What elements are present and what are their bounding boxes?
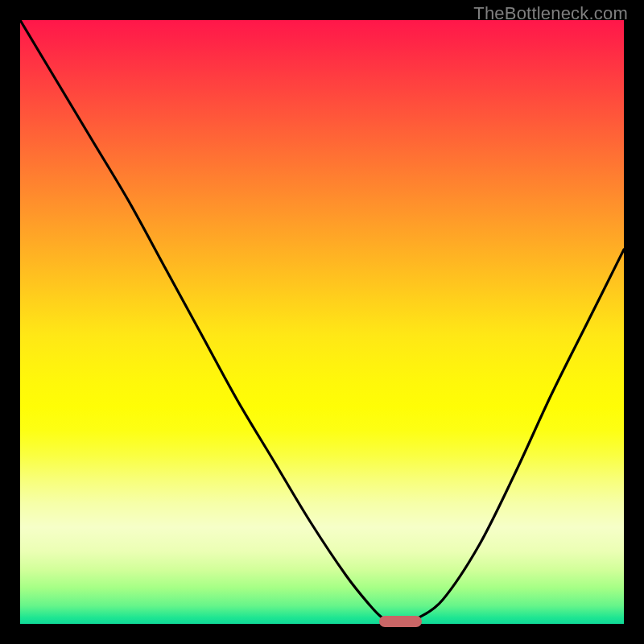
chart-frame: TheBottleneck.com bbox=[0, 0, 644, 644]
watermark-text: TheBottleneck.com bbox=[473, 3, 628, 24]
plot-area bbox=[20, 20, 624, 624]
bottleneck-curve bbox=[20, 20, 624, 624]
optimal-range-marker bbox=[379, 616, 422, 627]
